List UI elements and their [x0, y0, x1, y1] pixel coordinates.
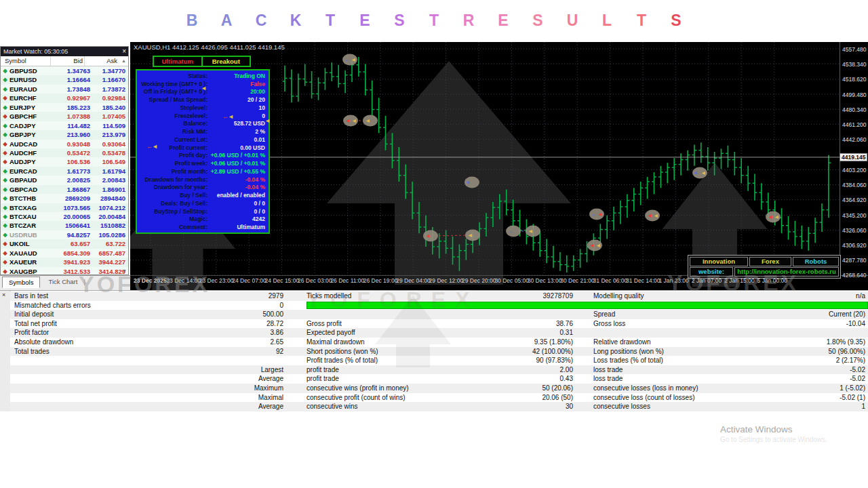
- bid-value: 2.00825: [56, 176, 92, 184]
- trade-arrow-icon: ◄: [701, 169, 706, 176]
- market-watch-row[interactable]: ◆BTCXAU20.0006520.00484: [1, 212, 128, 221]
- results-row: Profit trades (% of total)90 (97.83%)Los…: [10, 356, 868, 365]
- up-arrow-icon: ◆: [1, 203, 9, 212]
- up-arrow-icon: ◆: [1, 185, 9, 194]
- results-value: Average: [193, 374, 283, 384]
- market-watch-row[interactable]: ◆EURAUD1.738481.73872: [1, 85, 128, 94]
- price-axis-label: 4442.060: [842, 136, 866, 143]
- column-header-symbol[interactable]: Symbol: [1, 56, 51, 66]
- results-value: 50 (20.06): [478, 384, 573, 393]
- tab-divider: |: [83, 277, 85, 285]
- results-value: 50 (96.00%): [729, 347, 865, 357]
- trade-arrow-icon: ←: [591, 211, 597, 218]
- market-watch-row[interactable]: ◆GBPJPY213.960213.979: [1, 130, 128, 139]
- results-gutter: ×: [0, 291, 11, 411]
- ea-panel-label: Comment:: [138, 224, 208, 230]
- results-label: Expected payoff: [307, 328, 355, 338]
- market-watch-row[interactable]: ◆BTCXAG1073.5651074.212: [1, 203, 128, 212]
- ask-value: 6857.487: [92, 249, 128, 258]
- market-watch-row[interactable]: ◆EURCHF0.929670.92984: [1, 94, 128, 102]
- market-watch-tabs: Symbols Tick Chart |: [0, 275, 130, 290]
- time-axis-label: 24 Dec 15:00: [265, 277, 300, 284]
- column-header-ask[interactable]: Ask: [85, 56, 119, 66]
- ea-panel-value: 2 %: [208, 128, 265, 135]
- market-watch-row[interactable]: ◆GBPUSD1.347631.34770: [1, 66, 128, 75]
- trade-arrow-icon: ◄: [152, 144, 158, 150]
- scroll-down-icon[interactable]: ▼: [122, 268, 127, 273]
- market-watch-row[interactable]: ◆EURUSD1.166641.16670: [1, 75, 128, 84]
- ea-panel-value: +0.06 USD / +0.01 %: [208, 152, 265, 159]
- results-label: Gross loss: [593, 319, 625, 329]
- tab-symbols[interactable]: Symbols: [2, 277, 40, 288]
- ultimatum-button[interactable]: Ultimatum: [154, 57, 201, 66]
- market-watch-row[interactable]: ◆UKOIL63.65763.722: [1, 239, 128, 248]
- ask-value: 1.07405: [92, 112, 128, 121]
- bid-value: 1.07388: [56, 112, 92, 121]
- market-watch-row[interactable]: ◆XAUGBP3412.5333414.829: [1, 267, 128, 274]
- results-value: -5.02 (1): [729, 393, 865, 403]
- close-icon[interactable]: ×: [122, 47, 126, 56]
- results-row: Total trades92Short positions (won %)42 …: [10, 347, 868, 357]
- trade-arrow-icon: ◄: [351, 117, 357, 124]
- market-watch-row[interactable]: ◆AUDCHF0.534720.53478: [1, 148, 128, 157]
- column-header-bid[interactable]: Bid: [51, 56, 85, 66]
- tab-tick-chart[interactable]: Tick Chart: [42, 277, 83, 287]
- market-watch-row[interactable]: ◆AUDJPY106.536106.549: [1, 157, 128, 166]
- symbol-label: EURUSD: [9, 75, 56, 84]
- market-watch-row[interactable]: ◆CADJPY114.482114.509: [1, 121, 128, 130]
- symbol-label: XAUGBP: [9, 267, 56, 274]
- banner-letter: S: [382, 12, 417, 30]
- results-value: 0: [193, 301, 283, 310]
- market-watch-row[interactable]: ◆AUDCAD0.930480.93064: [1, 140, 128, 148]
- market-watch-row[interactable]: ◆BTCZAR15066411510882: [1, 221, 128, 230]
- market-watch-row[interactable]: ◆GBPCHF1.073881.07405: [1, 112, 128, 121]
- symbol-label: USDRUB: [9, 230, 56, 239]
- market-watch-row[interactable]: ◆EURJPY185.223185.240: [1, 103, 128, 112]
- symbol-label: BTCTHB: [9, 194, 56, 203]
- market-watch-panel: Market Watch: 05:30:05 × Symbol Bid Ask …: [0, 46, 129, 275]
- symbol-label: EURCHF: [9, 94, 56, 102]
- close-icon[interactable]: ×: [2, 291, 5, 298]
- down-arrow-icon: ◆: [1, 94, 9, 102]
- market-watch-row[interactable]: ◆XAUEUR3941.9233944.227: [1, 258, 128, 266]
- bid-value: 106.536: [56, 157, 92, 166]
- ask-value: 1074.212: [92, 203, 128, 212]
- market-watch-row[interactable]: ◆EURCAD1.617731.61794: [1, 167, 128, 176]
- results-row: Averageconsecutive wins30consecutive los…: [10, 402, 868, 411]
- results-value: Largest: [193, 365, 283, 375]
- market-watch-row[interactable]: ◆XAUAUD6854.3096857.487: [1, 249, 128, 258]
- symbol-label: EURJPY: [9, 103, 56, 112]
- results-value: -10.04: [729, 319, 865, 329]
- up-arrow-icon: ◆: [1, 66, 9, 75]
- results-label: consecutive losses: [593, 402, 650, 411]
- results-label: consecutive profit (count of wins): [307, 393, 406, 403]
- market-watch-row[interactable]: ◆BTCTHB28692092894840: [1, 194, 128, 203]
- ea-panel-label: Working time (GMT+ 0 ):: [138, 81, 208, 87]
- results-value: -5.02: [729, 374, 865, 384]
- breakout-button[interactable]: Breakout: [201, 57, 250, 66]
- results-value: 20.06 (50): [478, 393, 573, 403]
- symbol-label: BTCXAG: [9, 203, 56, 212]
- results-value: 3.86: [193, 328, 283, 338]
- bid-value: 94.8257: [56, 230, 92, 239]
- bid-value: 20.00065: [56, 212, 92, 221]
- ask-value: 1.86901: [92, 185, 128, 194]
- up-arrow-icon: ◆: [1, 221, 9, 230]
- results-value: -5.02: [729, 365, 865, 375]
- scroll-up-icon[interactable]: ▲: [119, 56, 128, 66]
- ask-value: 0.92984: [92, 94, 128, 102]
- ea-panel-row: Current Lot:0.01: [138, 136, 265, 143]
- banner-letter: S: [521, 12, 555, 30]
- brand-website-url[interactable]: http://innovation-forex-robots.ru: [734, 267, 839, 277]
- activate-windows-subtext: Go to Settings to activate Windows.: [720, 436, 827, 443]
- banner-letter: E: [348, 12, 382, 30]
- banner-letter: S: [659, 12, 694, 30]
- market-watch-titlebar[interactable]: Market Watch: 05:30:05 ×: [1, 47, 128, 56]
- symbol-label: EURAUD: [9, 85, 56, 94]
- market-watch-row[interactable]: ◆GBPCAD1.868671.86901: [1, 185, 128, 194]
- market-watch-row[interactable]: ◆GBPAUD2.008252.00843: [1, 176, 128, 184]
- ask-value: 0.93064: [92, 140, 128, 148]
- market-watch-row[interactable]: ◆USDRUB94.8257105.0286: [1, 230, 128, 239]
- ea-panel-row: Profit week:+0.06 USD / +0.01 %: [138, 160, 265, 167]
- chart-area[interactable]: XAUUSD,H1 4412.125 4426.095 4411.025 441…: [130, 42, 868, 290]
